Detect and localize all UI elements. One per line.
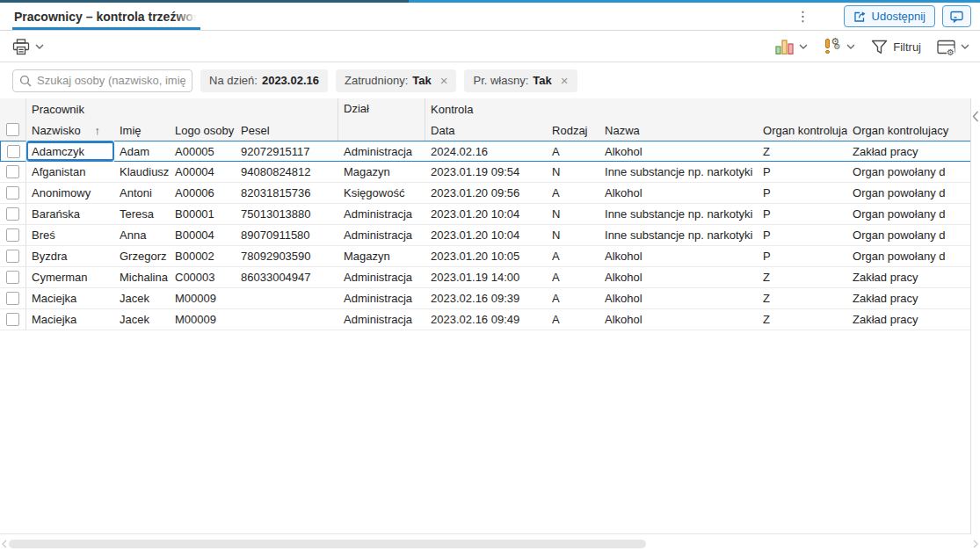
cell-nazwa[interactable]: Inne substancje np. narkotyki — [599, 225, 758, 246]
table-row[interactable]: Maciejka Jacek M00009 Administracja 2023… — [0, 288, 971, 309]
column-header-dzial[interactable]: Dział — [338, 98, 425, 141]
cell-nazwa[interactable]: Inne substancje np. narkotyki — [599, 162, 758, 183]
cell-dzial[interactable]: Administracja — [338, 225, 425, 246]
table-row[interactable]: Cymerman Michalina C00003 86033004947 Ad… — [0, 267, 971, 288]
cell-pesel[interactable]: 92072915117 — [236, 141, 338, 162]
cell-pesel[interactable] — [236, 288, 338, 309]
cell-rodzaj[interactable]: N — [547, 162, 599, 183]
cell-nazwisko[interactable]: Adamczyk — [26, 141, 114, 162]
cell-organ-nazwa[interactable]: Organ powołany d — [847, 225, 971, 246]
cell-data[interactable]: 2023.01.20 10:04 — [425, 204, 547, 225]
cell-logo-osoby[interactable]: A00004 — [170, 162, 236, 183]
table-row[interactable]: Byzdra Grzegorz B00002 78092903590 Magaz… — [0, 246, 971, 267]
row-select-cell[interactable] — [0, 288, 26, 309]
cell-nazwa[interactable]: Alkohol — [599, 309, 758, 330]
cell-nazwa[interactable]: Alkohol — [599, 288, 758, 309]
column-header-data[interactable]: Data — [425, 120, 547, 141]
cell-nazwisko[interactable]: Breś — [26, 225, 114, 246]
cell-organ-kod[interactable]: Z — [758, 288, 847, 309]
table-row[interactable]: Breś Anna B00004 89070911580 Administrac… — [0, 225, 971, 246]
row-select-cell[interactable] — [0, 225, 26, 246]
row-select-cell[interactable] — [0, 162, 26, 183]
table-row[interactable]: Adamczyk Adam A00005 92072915117 Adminis… — [0, 141, 971, 162]
row-select-cell[interactable] — [0, 204, 26, 225]
filter-button[interactable]: Filtruj — [871, 40, 921, 54]
cell-nazwa[interactable]: Alkohol — [599, 267, 758, 288]
cell-pesel[interactable]: 82031815736 — [236, 183, 338, 204]
cell-imie[interactable]: Grzegorz — [114, 246, 170, 267]
cell-organ-kod[interactable]: Z — [758, 267, 847, 288]
filter-chip-pr-wlasny[interactable]: Pr. własny: Tak × — [464, 69, 577, 92]
column-header-nazwisko[interactable]: Nazwisko ↑ — [26, 120, 114, 141]
search-input[interactable] — [37, 74, 185, 87]
cell-pesel[interactable]: 86033004947 — [236, 267, 338, 288]
row-select-cell[interactable] — [0, 309, 26, 330]
cell-imie[interactable]: Anna — [114, 225, 170, 246]
cell-data[interactable]: 2023.01.19 09:54 — [425, 162, 547, 183]
cell-dzial[interactable]: Administracja — [338, 204, 425, 225]
cell-imie[interactable]: Michalina — [114, 267, 170, 288]
alerts-settings-button[interactable]: ⚙⚙ — [824, 39, 855, 54]
cell-nazwa[interactable]: Alkohol — [599, 183, 758, 204]
column-header-organ-kontrolujacy-kod[interactable]: Organ kontrolujacy — [758, 120, 847, 141]
cell-nazwa[interactable]: Alkohol — [599, 141, 758, 162]
cell-imie[interactable]: Jacek — [114, 309, 170, 330]
filter-chip-zatrudniony[interactable]: Zatrudniony: Tak × — [336, 69, 456, 92]
cell-organ-nazwa[interactable]: Zakład pracy — [847, 267, 971, 288]
tab-pracownicy-kontrola-trzezwosci[interactable]: Pracownicy – kontrola trzeźwości — [14, 3, 200, 30]
cell-logo-osoby[interactable]: B00001 — [170, 204, 236, 225]
cell-data[interactable]: 2023.01.20 10:05 — [425, 246, 547, 267]
row-select-cell[interactable] — [0, 141, 26, 162]
cell-pesel[interactable]: 78092903590 — [236, 246, 338, 267]
cell-data[interactable]: 2023.02.16 09:49 — [425, 309, 547, 330]
cell-organ-nazwa[interactable]: Organ powołany d — [847, 204, 971, 225]
cell-dzial[interactable]: Magazyn — [338, 246, 425, 267]
scroll-right-icon[interactable] — [971, 540, 980, 548]
cell-dzial[interactable]: Magazyn — [338, 162, 425, 183]
cell-pesel[interactable]: 75013013880 — [236, 204, 338, 225]
cell-organ-nazwa[interactable]: Organ powołany d — [847, 162, 971, 183]
cell-rodzaj[interactable]: A — [547, 288, 599, 309]
cell-organ-kod[interactable]: Z — [758, 141, 847, 162]
overflow-menu-icon[interactable]: ⋮ — [796, 10, 810, 24]
chart-view-button[interactable] — [775, 40, 808, 54]
cell-organ-kod[interactable]: Z — [758, 309, 847, 330]
print-button[interactable] — [12, 39, 44, 55]
column-header-rodzaj[interactable]: Rodzaj — [547, 120, 599, 141]
cell-dzial[interactable]: Administracja — [338, 141, 425, 162]
cell-rodzaj[interactable]: A — [547, 267, 599, 288]
row-select-cell[interactable] — [0, 267, 26, 288]
column-header-imie[interactable]: Imię — [114, 120, 170, 141]
cell-rodzaj[interactable]: N — [547, 225, 599, 246]
cell-dzial[interactable]: Administracja — [338, 267, 425, 288]
cell-logo-osoby[interactable]: A00005 — [170, 141, 236, 162]
cell-dzial[interactable]: Administracja — [338, 309, 425, 330]
cell-nazwisko[interactable]: Anonimowy — [26, 183, 114, 204]
cell-data[interactable]: 2023.01.19 14:00 — [425, 267, 547, 288]
cell-pesel[interactable] — [236, 309, 338, 330]
row-select-cell[interactable] — [0, 246, 26, 267]
row-checkbox[interactable] — [6, 165, 19, 178]
row-checkbox[interactable] — [6, 271, 19, 284]
row-select-cell[interactable] — [0, 183, 26, 204]
cell-organ-nazwa[interactable]: Zakład pracy — [847, 288, 971, 309]
cell-imie[interactable]: Jacek — [114, 288, 170, 309]
scroll-left-icon[interactable] — [0, 540, 9, 548]
cell-rodzaj[interactable]: A — [547, 246, 599, 267]
cell-nazwa[interactable]: Inne substancje np. narkotyki — [599, 204, 758, 225]
column-header-pesel[interactable]: Pesel — [236, 120, 338, 141]
cell-pesel[interactable]: 94080824812 — [236, 162, 338, 183]
cell-nazwisko[interactable]: Cymerman — [26, 267, 114, 288]
table-row[interactable]: Afganistan Klaudiusz A00004 94080824812 … — [0, 162, 971, 183]
select-all-checkbox[interactable] — [6, 123, 19, 136]
cell-organ-kod[interactable]: P — [758, 183, 847, 204]
remove-filter-icon[interactable]: × — [440, 74, 448, 87]
table-row[interactable]: Anonimowy Antoni A00006 82031815736 Księ… — [0, 183, 971, 204]
cell-organ-kod[interactable]: P — [758, 204, 847, 225]
table-row[interactable]: Maciejka Jacek M00009 Administracja 2023… — [0, 309, 971, 330]
cell-organ-nazwa[interactable]: Organ powołany d — [847, 183, 971, 204]
cell-nazwisko[interactable]: Maciejka — [26, 288, 114, 309]
select-all-cell[interactable] — [0, 98, 26, 141]
cell-logo-osoby[interactable]: B00004 — [170, 225, 236, 246]
scrollbar-thumb[interactable] — [9, 540, 646, 548]
